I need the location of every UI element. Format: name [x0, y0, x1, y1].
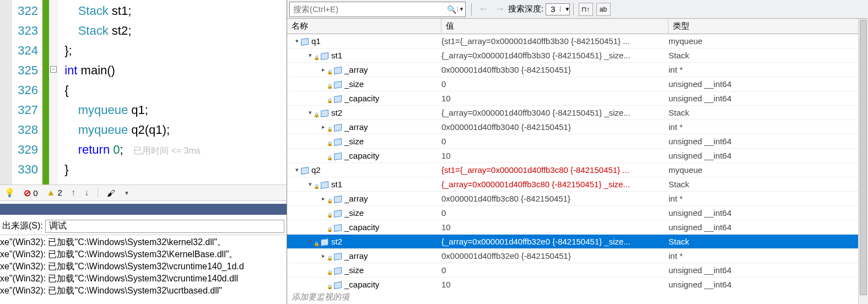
watch-row[interactable]: ▾st1{_array=0x000001d40ffb3b30 {-8421504… [287, 48, 868, 63]
variable-icon [300, 166, 309, 174]
prev-arrow-icon[interactable]: ↑ [71, 188, 76, 198]
output-line: xe"(Win32): 已加载"C:\Windows\System32\kern… [0, 236, 287, 248]
var-value[interactable]: 10 [441, 94, 668, 103]
watch-row[interactable]: ▸_array0x000001d40ffb3040 {-842150451}in… [287, 120, 868, 134]
add-watch-prompt[interactable]: 添加要监视的项 [287, 291, 868, 304]
expand-toggle-icon[interactable]: ▾ [307, 109, 314, 116]
watch-row[interactable]: ▸_array0x000001d40ffb32e0 {-842150451}in… [287, 249, 868, 263]
var-value[interactable]: 0 [441, 79, 668, 89]
search-dropdown-icon[interactable]: ▼ [457, 6, 465, 12]
var-value[interactable]: 0x000001d40ffb3b30 {-842150451} [441, 65, 668, 74]
watch-row[interactable]: _capacity10unsigned __int64 [287, 220, 868, 235]
var-value[interactable]: 0x000001d40ffb3040 {-842150451} [441, 122, 668, 132]
code-line[interactable]: Stack st2; [58, 21, 287, 41]
warning-count[interactable]: ▲ 2 [47, 188, 62, 198]
fold-toggle-icon[interactable]: − [50, 66, 57, 73]
scrollbar-thumb[interactable] [860, 20, 867, 295]
line-number: 322 [12, 1, 42, 21]
watch-row[interactable]: _size0unsigned __int64 [287, 263, 868, 278]
nav-forward-icon[interactable]: → [495, 3, 505, 15]
watch-row[interactable]: _capacity10unsigned __int64 [287, 278, 868, 291]
nav-back-icon[interactable]: ← [478, 3, 488, 15]
status-strip: 💡 ⊘ 0 ▲ 2 ↑ ↓ 🖌 ▼ [0, 184, 287, 201]
var-value[interactable]: {st1={_array=0x000001d40ffb3c80 {-842150… [441, 165, 668, 175]
var-value[interactable]: 10 [441, 280, 668, 289]
var-type: Stack [668, 180, 868, 189]
expand-toggle-icon[interactable]: ▸ [320, 252, 327, 259]
watch-rows[interactable]: ▾q1{st1={_array=0x000001d40ffb3b30 {-842… [287, 34, 868, 291]
watch-row[interactable]: _capacity10unsigned __int64 [287, 91, 868, 106]
var-type: Stack [668, 51, 868, 60]
lightbulb-icon[interactable]: 💡 [4, 188, 15, 198]
watch-row[interactable]: ▾q2{st1={_array=0x000001d40ffb3c80 {-842… [287, 163, 868, 177]
col-name-header[interactable]: 名称 [287, 19, 441, 34]
watch-row[interactable]: ▸_array0x000001d40ffb3b30 {-842150451}in… [287, 63, 868, 77]
fold-margin[interactable]: − [49, 0, 58, 184]
var-value[interactable]: {_array=0x000001d40ffb32e0 {-842150451} … [441, 237, 668, 246]
variable-icon [333, 152, 342, 160]
code-line[interactable]: int main() [58, 61, 287, 80]
code-line[interactable]: myqueue q1; [58, 100, 287, 120]
col-value-header[interactable]: 值 [441, 19, 668, 34]
col-type-header[interactable]: 类型 [668, 19, 868, 34]
search-input[interactable] [290, 4, 445, 14]
var-value[interactable]: 0 [441, 208, 668, 218]
code-line[interactable]: }; [58, 41, 287, 61]
var-value[interactable]: 0x000001d40ffb32e0 {-842150451} [441, 251, 668, 260]
watch-row[interactable]: _size0unsigned __int64 [287, 77, 868, 91]
search-depth-select[interactable]: 3▼ [546, 3, 569, 15]
watch-row[interactable]: _size0unsigned __int64 [287, 206, 868, 220]
var-value[interactable]: 0 [441, 265, 668, 275]
output-source-select[interactable]: 调试 [45, 220, 284, 233]
code-line[interactable]: } [58, 160, 287, 180]
var-value[interactable]: 0x000001d40ffb3c80 {-842150451} [441, 194, 668, 203]
watch-scrollbar[interactable] [858, 19, 868, 304]
expand-toggle-icon[interactable]: ▾ [307, 238, 314, 245]
next-arrow-icon[interactable]: ↓ [84, 188, 89, 198]
var-name: _array [344, 122, 368, 132]
watch-row[interactable]: ▸_array0x000001d40ffb3c80 {-842150451}in… [287, 192, 868, 206]
code-line[interactable]: Stack st1; [58, 1, 287, 21]
expand-toggle-icon[interactable]: ▸ [320, 66, 327, 73]
code-line[interactable]: return 0; 已用时间 <= 3ms [58, 140, 287, 160]
output-text[interactable]: xe"(Win32): 已加载"C:\Windows\System32\kern… [0, 235, 287, 298]
highlight-button[interactable]: ab [596, 3, 611, 16]
variable-icon [320, 181, 329, 188]
var-type: Stack [668, 237, 868, 246]
watch-row[interactable]: _size0unsigned __int64 [287, 134, 868, 149]
watch-row[interactable]: ▾q1{st1={_array=0x000001d40ffb3b30 {-842… [287, 34, 868, 48]
var-value[interactable]: {_array=0x000001d40ffb3b30 {-842150451} … [441, 51, 668, 60]
dropdown-icon[interactable]: ▼ [124, 190, 130, 196]
var-value[interactable]: {_array=0x000001d40ffb3c80 {-842150451} … [441, 180, 668, 189]
var-type: unsigned __int64 [668, 265, 868, 275]
code-area[interactable]: Stack st1; Stack st2; }; int main() { my… [58, 0, 287, 184]
line-number: 328 [12, 120, 42, 140]
expand-toggle-icon[interactable]: ▾ [307, 181, 314, 188]
brush-icon[interactable]: 🖌 [107, 188, 115, 198]
var-value[interactable]: {st1={_array=0x000001d40ffb3b30 {-842150… [441, 36, 668, 46]
var-value[interactable]: 0 [441, 137, 668, 146]
var-value[interactable]: 10 [441, 151, 668, 160]
output-line: xe"(Win32): 已加载"C:\Windows\System32\vcru… [0, 260, 287, 273]
watch-row[interactable]: ▾st1{_array=0x000001d40ffb3c80 {-8421504… [287, 177, 868, 192]
var-value[interactable]: 10 [441, 222, 668, 232]
search-icon[interactable]: 🔍 [445, 5, 457, 14]
watch-search-box[interactable]: 🔍 ▼ [289, 2, 466, 17]
watch-row[interactable]: _capacity10unsigned __int64 [287, 149, 868, 163]
expand-toggle-icon[interactable]: ▾ [294, 166, 300, 173]
expand-toggle-icon[interactable]: ▾ [307, 52, 314, 59]
expand-toggle-icon[interactable]: ▾ [294, 37, 300, 45]
code-line[interactable]: myqueue q2(q1); [58, 120, 287, 140]
expand-toggle-icon[interactable]: ▸ [320, 123, 327, 131]
separator [573, 3, 574, 15]
pin-button[interactable]: ⊓↑ [579, 3, 593, 16]
watch-row[interactable]: ▾st2{_array=0x000001d40ffb32e0 {-8421504… [287, 235, 868, 249]
watch-row[interactable]: ▾st2{_array=0x000001d40ffb3040 {-8421504… [287, 106, 868, 120]
breakpoint-margin[interactable] [0, 0, 12, 184]
var-value[interactable]: {_array=0x000001d40ffb3040 {-842150451} … [441, 108, 668, 117]
error-count[interactable]: ⊘ 0 [24, 188, 38, 198]
code-line[interactable]: { [58, 80, 287, 100]
code-editor[interactable]: 322323324325326327328329330 − Stack st1;… [0, 0, 287, 184]
expand-toggle-icon[interactable]: ▸ [320, 195, 327, 202]
var-name: q1 [311, 36, 321, 46]
